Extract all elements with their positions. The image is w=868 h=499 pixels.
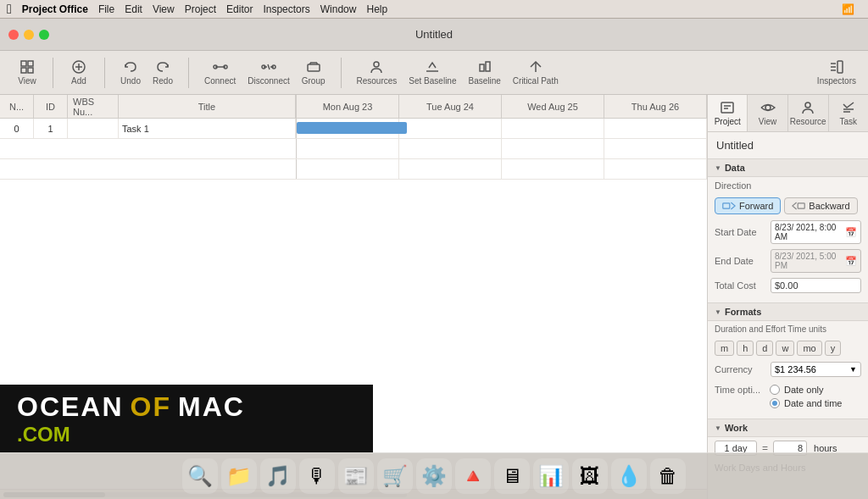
forward-button[interactable]: Forward — [715, 197, 781, 214]
dock-item-5[interactable]: 🛒 — [377, 458, 413, 494]
formats-section-header[interactable]: ▼ Formats — [708, 302, 868, 321]
day-col-3 — [604, 119, 707, 138]
menu-view[interactable]: View — [153, 3, 175, 15]
start-date-input[interactable]: 8/23/ 2021, 8:00 AM 📅 — [771, 220, 861, 244]
svg-rect-27 — [721, 103, 733, 113]
menu-project[interactable]: Project — [185, 3, 216, 15]
dock-item-3[interactable]: 🎙 — [299, 458, 335, 494]
time-units: m h d w mo y — [708, 337, 868, 359]
apple-menu[interactable]:  — [7, 2, 12, 17]
duration-label-row: Duration and Effort Time units — [708, 321, 868, 337]
title-bar: Untitled — [0, 19, 868, 51]
dock-item-7[interactable]: 🔺 — [455, 458, 491, 494]
cell-title: Task 1 — [119, 119, 296, 138]
unit-y[interactable]: y — [825, 341, 842, 356]
redo-button[interactable]: Redo — [147, 56, 178, 89]
watermark: OCEAN OF MAC .COM — [0, 385, 373, 452]
dock-item-4[interactable]: 📰 — [338, 458, 374, 494]
connect-button[interactable]: Connect — [199, 56, 241, 89]
watermark-of: OF — [131, 391, 171, 423]
baseline-button[interactable]: Baseline — [463, 56, 505, 89]
data-section: ▼ Data Direction Forward — [708, 158, 868, 302]
date-time-radio[interactable] — [770, 398, 780, 408]
svg-rect-34 — [723, 203, 730, 208]
resources-button[interactable]: Resources — [352, 56, 403, 89]
svg-rect-2 — [21, 68, 26, 73]
svg-rect-21 — [480, 64, 484, 71]
dock-item-0[interactable]: 🔍 — [182, 458, 218, 494]
currency-select[interactable]: $1 234.56 ▼ — [771, 362, 861, 377]
tab-view[interactable]: View — [748, 95, 787, 131]
menu-help[interactable]: Help — [366, 3, 387, 15]
dock-item-12[interactable]: 🗑 — [650, 458, 686, 494]
menu-editor[interactable]: Editor — [226, 3, 253, 15]
watermark-mac: MAC — [178, 391, 245, 423]
data-section-header[interactable]: ▼ Data — [708, 158, 868, 177]
time-options: Time opti... Date only Date and time — [708, 380, 868, 412]
svg-rect-15 — [308, 64, 320, 71]
group-button[interactable]: Group — [297, 56, 331, 89]
dock-item-9[interactable]: 📊 — [533, 458, 569, 494]
direction-buttons: Forward Backward — [708, 194, 868, 218]
menu-window[interactable]: Window — [320, 3, 357, 15]
unit-mo[interactable]: mo — [797, 341, 821, 356]
dock-item-6[interactable]: ⚙️ — [416, 458, 452, 494]
backward-button[interactable]: Backward — [784, 197, 857, 214]
end-date-row: End Date 8/23/ 2021, 5:00 PM 📅 — [708, 247, 868, 275]
col-wbs-header: WBS Nu... — [68, 95, 119, 118]
dock-item-8[interactable]: 🖥 — [494, 458, 530, 494]
svg-point-30 — [765, 105, 771, 110]
date-col-2: Wed Aug 25 — [502, 95, 604, 118]
disconnect-button[interactable]: Disconnect — [242, 56, 294, 89]
tab-project[interactable]: Project — [708, 95, 748, 131]
date-only-row: Time opti... Date only — [715, 383, 861, 396]
dock-item-10[interactable]: 🖼 — [572, 458, 608, 494]
total-cost-input[interactable]: $0.00 — [771, 278, 861, 293]
gantt-bar — [297, 122, 407, 134]
menu-file[interactable]: File — [98, 3, 114, 15]
view-button[interactable]: View — [12, 56, 42, 89]
tab-resource[interactable]: Resource — [788, 95, 829, 131]
menu-edit[interactable]: Edit — [125, 3, 142, 15]
dock-item-2[interactable]: 🎵 — [260, 458, 296, 494]
work-section-header[interactable]: ▼ Work — [708, 419, 868, 437]
formats-section: ▼ Formats Duration and Effort Time units… — [708, 302, 868, 419]
watermark-com: .COM — [17, 423, 245, 446]
svg-rect-23 — [837, 61, 843, 73]
total-cost-row: Total Cost $0.00 — [708, 275, 868, 296]
date-col-1: Tue Aug 24 — [399, 95, 502, 118]
end-date-input[interactable]: 8/23/ 2021, 5:00 PM 📅 — [771, 249, 861, 273]
critical-path-button[interactable]: Critical Path — [508, 56, 564, 89]
dock-item-11[interactable]: 💧 — [611, 458, 647, 494]
dock-item-1[interactable]: 📁 — [221, 458, 257, 494]
watermark-ocean: OCEAN — [17, 391, 124, 423]
svg-rect-35 — [798, 203, 805, 208]
cell-wbs — [68, 119, 119, 138]
table-row[interactable]: 0 1 Task 1 — [0, 119, 707, 139]
svg-rect-0 — [21, 61, 26, 66]
maximize-button[interactable] — [39, 30, 49, 40]
project-name[interactable]: Untitled — [708, 132, 868, 158]
tab-task[interactable]: Task — [829, 95, 868, 131]
unit-m[interactable]: m — [715, 341, 734, 356]
app-name[interactable]: Project Office — [22, 3, 88, 15]
add-button[interactable]: Add — [64, 56, 94, 89]
dropdown-icon: ▼ — [849, 365, 857, 374]
cell-n: 0 — [0, 119, 34, 138]
calendar-icon-end: 📅 — [845, 256, 857, 267]
unit-d[interactable]: d — [756, 341, 773, 356]
undo-button[interactable]: Undo — [115, 56, 146, 89]
menu-inspectors[interactable]: Inspectors — [263, 3, 309, 15]
calendar-icon: 📅 — [845, 227, 857, 238]
gantt-row-right — [297, 119, 707, 138]
menu-bar:  Project Office File Edit View Project … — [0, 0, 868, 19]
set-baseline-button[interactable]: Set Baseline — [403, 56, 461, 89]
date-only-radio[interactable] — [770, 385, 780, 395]
gantt-header: N... ID WBS Nu... Title Mon Aug 23 Tue A… — [0, 95, 707, 119]
inspector-tabs: Project View Resource — [708, 95, 868, 132]
close-button[interactable] — [8, 30, 19, 40]
unit-w[interactable]: w — [776, 341, 794, 356]
minimize-button[interactable] — [24, 30, 34, 40]
inspectors-button[interactable]: Inspectors — [812, 56, 861, 89]
unit-h[interactable]: h — [737, 341, 754, 356]
